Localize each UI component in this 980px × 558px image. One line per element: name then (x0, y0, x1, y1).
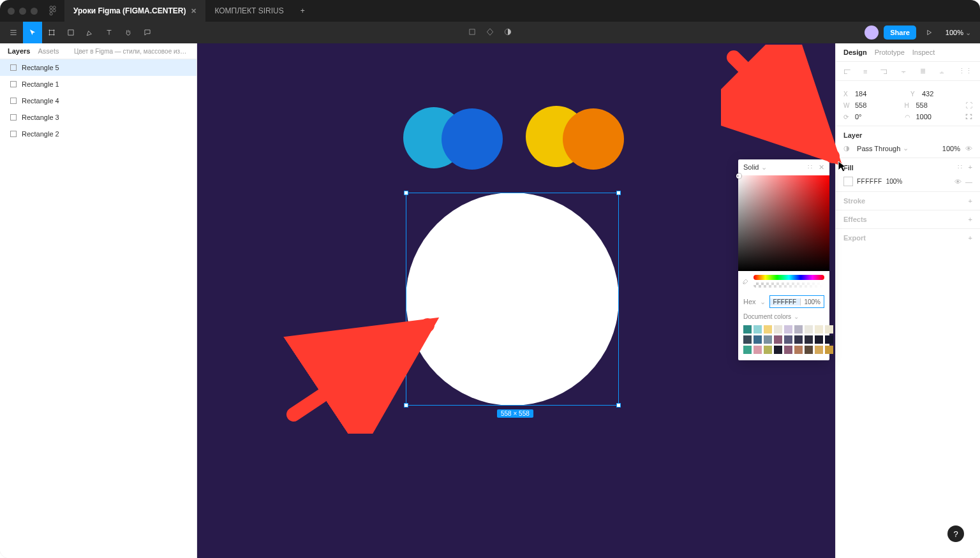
share-button[interactable]: Share (884, 26, 916, 40)
blend-mode[interactable]: ◑ Pass Through ⌄ (843, 144, 937, 152)
color-swatch[interactable] (805, 335, 813, 344)
layer-row[interactable]: Rectangle 2 (0, 126, 197, 142)
frame-tool[interactable] (42, 22, 61, 43)
prototype-tab[interactable]: Prototype (875, 48, 905, 56)
tab-second[interactable]: КОМПЛЕКТ SIRIUS (205, 0, 292, 22)
color-swatch[interactable] (784, 346, 792, 354)
w-field[interactable]: W558 (843, 101, 900, 109)
h-field[interactable]: H558 (905, 101, 961, 109)
selection-handle[interactable] (616, 191, 621, 195)
fill-hex[interactable]: FFFFFF (857, 178, 882, 185)
layer-row[interactable]: Rectangle 3 (0, 109, 197, 126)
text-tool[interactable] (100, 22, 119, 43)
color-swatch[interactable] (784, 325, 792, 334)
color-swatch[interactable] (815, 346, 823, 354)
fill-remove-icon[interactable]: — (965, 178, 972, 186)
selection-handle[interactable] (404, 191, 408, 195)
fill-styles-icon[interactable]: ∷ (958, 163, 962, 172)
pen-tool[interactable] (80, 22, 100, 43)
boolean-icon[interactable] (486, 27, 494, 38)
align-top-icon[interactable]: ⫟ (900, 67, 907, 75)
color-swatch[interactable] (774, 335, 782, 344)
component-icon[interactable] (503, 27, 512, 38)
present-button[interactable] (921, 22, 937, 43)
color-swatch[interactable] (743, 325, 752, 334)
color-picker[interactable]: Solid ⌄ ∷ ✕ Hex⌄ FFFFFF 100% Document co… (738, 159, 829, 360)
layer-opacity[interactable]: 100% (942, 145, 960, 152)
color-swatch[interactable] (743, 335, 752, 344)
y-field[interactable]: Y432 (910, 90, 972, 98)
fill-visibility-icon[interactable]: 👁 (954, 178, 961, 186)
align-right-icon[interactable]: ⫎ (880, 67, 887, 75)
figma-logo-icon[interactable] (47, 4, 59, 17)
page-select[interactable]: Цвет в Figma — стили, массовое изменение… (74, 48, 189, 55)
close-icon[interactable]: ✕ (191, 7, 197, 15)
eyedropper-icon[interactable] (742, 277, 750, 286)
independent-corners-icon[interactable]: ⛚ (965, 113, 972, 121)
color-swatch[interactable] (774, 346, 782, 354)
stroke-add-icon[interactable]: + (969, 197, 972, 205)
fill-swatch[interactable] (843, 177, 853, 186)
color-swatch[interactable] (825, 346, 833, 354)
color-swatch[interactable] (805, 325, 813, 334)
color-swatch[interactable] (825, 335, 833, 344)
color-swatch[interactable] (743, 346, 752, 354)
selection-handle[interactable] (616, 403, 621, 407)
color-swatch[interactable] (825, 325, 833, 334)
saturation-area[interactable] (738, 175, 829, 271)
color-swatch[interactable] (794, 346, 803, 354)
color-swatch[interactable] (774, 325, 782, 334)
mask-icon[interactable] (468, 27, 477, 38)
export-add-icon[interactable]: + (969, 234, 972, 242)
main-menu-button[interactable] (4, 22, 23, 43)
tab-add[interactable]: + (293, 0, 313, 22)
zoom-menu[interactable]: 100%⌄ (946, 29, 971, 37)
rotation-field[interactable]: ⟳0° (843, 113, 900, 121)
hand-tool[interactable] (119, 22, 138, 43)
color-swatch[interactable] (815, 335, 823, 344)
color-swatch[interactable] (764, 346, 772, 354)
document-colors-title[interactable]: Document colors ⌄ (738, 311, 829, 323)
help-button[interactable]: ? (947, 525, 964, 542)
color-swatch[interactable] (805, 346, 813, 354)
color-swatch[interactable] (764, 335, 772, 344)
assets-tab[interactable]: Assets (38, 47, 59, 55)
min-dot[interactable] (19, 8, 26, 15)
layers-tab[interactable]: Layers (8, 47, 30, 55)
visibility-icon[interactable]: 👁 (965, 145, 972, 152)
canvas-shape[interactable] (442, 108, 503, 170)
color-swatch[interactable] (815, 325, 823, 334)
fill-opacity[interactable]: 100% (886, 178, 903, 185)
layer-row[interactable]: Rectangle 5 (0, 59, 197, 76)
avatar[interactable] (865, 26, 879, 40)
move-tool[interactable] (23, 22, 42, 43)
shape-tool[interactable] (61, 22, 80, 43)
color-swatch[interactable] (754, 335, 762, 344)
radius-field[interactable]: ◠1000 (905, 113, 961, 121)
align-vcenter-icon[interactable]: ≣ (920, 67, 926, 75)
layer-row[interactable]: Rectangle 4 (0, 92, 197, 109)
color-swatch[interactable] (764, 325, 772, 334)
tab-active[interactable]: Уроки Figma (FIGMA.CENTER) ✕ (64, 0, 205, 22)
color-swatch[interactable] (794, 335, 803, 344)
max-dot[interactable] (31, 8, 38, 15)
layer-row[interactable]: Rectangle 1 (0, 76, 197, 92)
window-controls[interactable] (8, 8, 38, 15)
canvas-shape[interactable] (563, 108, 624, 170)
color-swatch[interactable] (754, 346, 762, 354)
comment-tool[interactable] (138, 22, 157, 43)
align-bottom-icon[interactable]: ⫠ (939, 67, 946, 75)
close-dot[interactable] (8, 8, 15, 15)
inspect-tab[interactable]: Inspect (912, 48, 935, 56)
align-hcenter-icon[interactable]: ≡ (863, 67, 867, 75)
effects-add-icon[interactable]: + (969, 216, 972, 223)
hex-input[interactable]: FFFFFF 100% (769, 295, 824, 308)
x-field[interactable]: X184 (843, 90, 905, 98)
color-swatch[interactable] (754, 325, 762, 334)
hue-slider[interactable] (754, 275, 824, 280)
fill-add-icon[interactable]: + (969, 163, 972, 172)
constrain-icon[interactable]: ⛶ (965, 101, 972, 109)
distribute-icon[interactable]: ⋮⋮ (958, 67, 972, 75)
alpha-slider[interactable] (754, 283, 824, 288)
sat-handle[interactable] (736, 173, 741, 179)
